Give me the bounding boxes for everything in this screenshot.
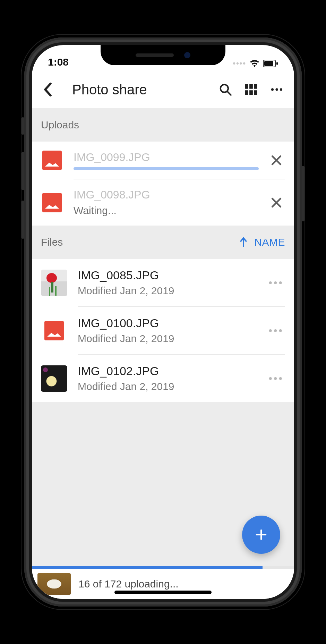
sort-control[interactable]: NAME bbox=[239, 236, 285, 248]
file-thumbnail bbox=[41, 365, 67, 392]
front-camera bbox=[184, 52, 190, 58]
home-indicator[interactable] bbox=[114, 591, 212, 594]
upload-filename: IMG_0098.JPG bbox=[74, 188, 259, 201]
screen: 1:08 •••• bbox=[32, 45, 294, 599]
svg-rect-6 bbox=[249, 84, 253, 89]
file-thumbnail bbox=[41, 270, 67, 296]
svg-point-13 bbox=[280, 88, 282, 91]
add-fab-button[interactable] bbox=[242, 516, 280, 554]
battery-icon bbox=[263, 60, 278, 67]
app-header: Photo share bbox=[32, 71, 294, 108]
content-background bbox=[32, 402, 294, 566]
overall-progress-bar bbox=[32, 566, 294, 569]
volume-up-button bbox=[22, 152, 24, 190]
svg-rect-2 bbox=[276, 62, 278, 65]
more-button[interactable] bbox=[267, 80, 286, 99]
file-name: IMG_0085.JPG bbox=[78, 269, 258, 282]
upload-filename: IMG_0099.JPG bbox=[74, 151, 259, 164]
svg-point-12 bbox=[275, 88, 278, 91]
uploads-label: Uploads bbox=[41, 119, 79, 131]
file-modified: Modified Jan 2, 2019 bbox=[78, 333, 258, 345]
speaker-grille bbox=[136, 53, 174, 57]
file-modified: Modified Jan 2, 2019 bbox=[78, 381, 258, 392]
svg-rect-8 bbox=[245, 90, 248, 95]
sort-arrow-up-icon bbox=[239, 237, 248, 247]
upload-row: IMG_0098.JPG Waiting... bbox=[32, 179, 294, 226]
svg-rect-1 bbox=[264, 61, 273, 66]
svg-point-11 bbox=[271, 88, 274, 91]
svg-line-4 bbox=[228, 92, 231, 95]
image-file-icon bbox=[42, 151, 62, 170]
uploads-section-header: Uploads bbox=[32, 108, 294, 142]
svg-rect-7 bbox=[254, 84, 257, 89]
file-modified: Modified Jan 2, 2019 bbox=[78, 285, 258, 297]
cancel-upload-button[interactable] bbox=[271, 197, 285, 209]
upload-row: IMG_0099.JPG bbox=[32, 142, 294, 179]
sort-label: NAME bbox=[254, 236, 285, 248]
files-section-header: Files NAME bbox=[32, 226, 294, 259]
upload-status: Waiting... bbox=[74, 205, 259, 217]
cellular-dots-icon: •••• bbox=[233, 59, 246, 68]
file-thumbnail bbox=[41, 317, 67, 344]
cancel-upload-button[interactable] bbox=[271, 154, 285, 166]
svg-rect-10 bbox=[254, 90, 257, 95]
image-file-icon bbox=[42, 193, 62, 212]
file-more-button[interactable]: ••• bbox=[268, 277, 285, 289]
file-row[interactable]: IMG_0102.JPG Modified Jan 2, 2019 ••• bbox=[32, 355, 294, 402]
file-name: IMG_0102.JPG bbox=[78, 364, 258, 378]
volume-down-button bbox=[22, 201, 24, 239]
wifi-icon bbox=[250, 60, 259, 67]
phone-frame: 1:08 •••• bbox=[24, 37, 302, 607]
file-name: IMG_0100.JPG bbox=[78, 316, 258, 330]
status-time: 1:08 bbox=[48, 56, 69, 68]
page-title: Photo share bbox=[72, 82, 209, 98]
upload-progress-bar bbox=[74, 167, 259, 170]
power-button bbox=[302, 166, 304, 221]
current-upload-thumbnail bbox=[37, 573, 71, 595]
files-label: Files bbox=[41, 236, 63, 248]
notch bbox=[101, 45, 225, 65]
mute-switch bbox=[22, 117, 24, 135]
svg-rect-5 bbox=[245, 84, 248, 89]
svg-rect-9 bbox=[249, 90, 253, 95]
grid-view-button[interactable] bbox=[241, 80, 261, 99]
file-row[interactable]: IMG_0085.JPG Modified Jan 2, 2019 ••• bbox=[32, 259, 294, 306]
file-row[interactable]: IMG_0100.JPG Modified Jan 2, 2019 ••• bbox=[32, 307, 294, 354]
overall-upload-status: 16 of 172 uploading... bbox=[78, 578, 179, 590]
file-more-button[interactable]: ••• bbox=[268, 373, 285, 384]
upload-status-bar[interactable]: 16 of 172 uploading... bbox=[32, 569, 294, 599]
file-more-button[interactable]: ••• bbox=[268, 325, 285, 337]
back-button[interactable] bbox=[38, 80, 58, 99]
image-file-icon bbox=[44, 321, 64, 340]
search-button[interactable] bbox=[216, 80, 235, 99]
